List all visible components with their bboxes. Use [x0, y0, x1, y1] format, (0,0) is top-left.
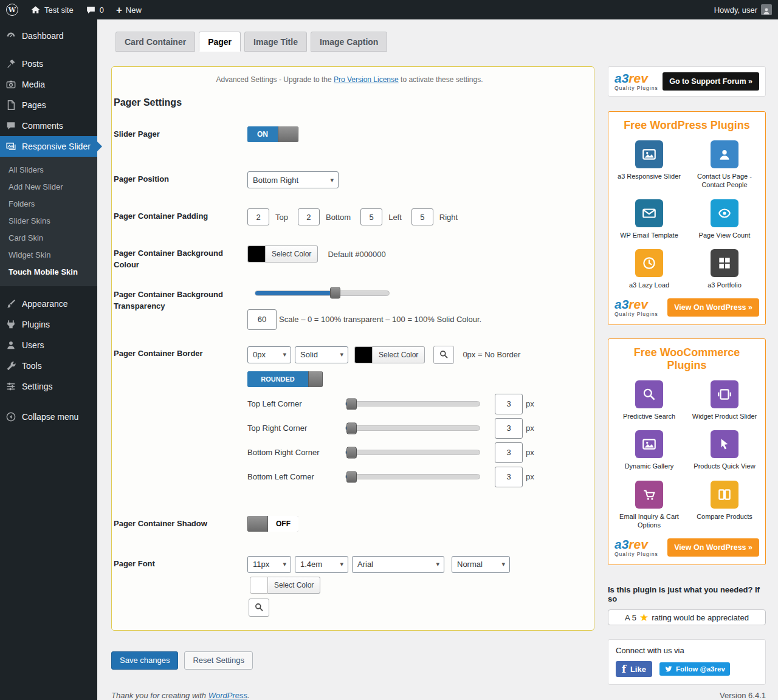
plugin-a3-responsive-slider[interactable]: a3 Responsive Slider [614, 140, 684, 190]
top-right-corner-slider[interactable] [345, 425, 480, 431]
sidebar-item-tools[interactable]: Tools [0, 355, 97, 376]
font-colour-swatch[interactable] [250, 577, 268, 594]
wp-logo-menu[interactable] [0, 0, 24, 19]
collapse-menu-button[interactable]: Collapse menu [0, 407, 97, 427]
plugin-dynamic-gallery[interactable]: Dynamic Gallery [614, 430, 684, 470]
sidebar-item-comments[interactable]: Comments [0, 115, 97, 136]
save-changes-button[interactable]: Save changes [111, 651, 178, 670]
new-content-menu[interactable]: New [110, 0, 148, 19]
font-preview-button[interactable] [249, 599, 269, 617]
slider-handle[interactable] [346, 398, 357, 410]
wordpress-link[interactable]: WordPress [208, 691, 247, 700]
plugin-page-view-count[interactable]: Page View Count [690, 199, 759, 239]
top-right-corner-input[interactable] [495, 418, 523, 439]
border-width-select[interactable]: 0px [247, 346, 291, 363]
pager-position-label: Pager Position [114, 171, 247, 185]
sidebar-item-media[interactable]: Media [0, 74, 97, 95]
bottom-left-corner-slider[interactable] [345, 474, 480, 479]
slider-gallery-icon [5, 141, 17, 152]
shadow-toggle[interactable]: OFF [247, 516, 298, 532]
pager-position-select[interactable]: Bottom Right [247, 171, 339, 188]
tab-image-title[interactable]: Image Title [244, 32, 307, 52]
view-on-wordpress-button[interactable]: View On WordPress » [667, 298, 759, 317]
transparency-slider[interactable] [255, 290, 390, 296]
sidebar-subitem-add-new-slider[interactable]: Add New Slider [0, 178, 97, 195]
sidebar-subitem-folders[interactable]: Folders [0, 195, 97, 212]
top-left-corner-input[interactable] [495, 394, 523, 414]
bottom-left-corner-input[interactable] [495, 467, 523, 487]
plugin-a3-portfolio[interactable]: a3 Portfolio [690, 249, 759, 289]
sidebar-subitem-card-skin[interactable]: Card Skin [0, 229, 97, 246]
pager-settings-heading: Pager Settings [114, 97, 585, 108]
padding-left-input[interactable] [360, 208, 382, 225]
product-slider-icon [711, 380, 738, 408]
sidebar-item-pages[interactable]: Pages [0, 95, 97, 115]
facebook-like-button[interactable]: Like [616, 661, 652, 677]
pushpin-icon [5, 58, 17, 69]
plugin-email-inquiry-cart-options[interactable]: Email Inquiry & Cart Options [614, 481, 684, 530]
rating-link[interactable]: A 5 ★ rating would be appreciated [608, 609, 766, 625]
comments-icon [5, 120, 17, 131]
top-left-corner-slider[interactable] [345, 401, 480, 407]
transparency-input[interactable] [247, 309, 277, 330]
plugin-predictive-search[interactable]: Predictive Search [614, 380, 684, 420]
my-account-menu[interactable]: Howdy, user [708, 0, 778, 19]
font-size-select[interactable]: 11px [247, 556, 291, 573]
slider-pager-toggle[interactable]: ON [247, 126, 298, 142]
plugin-products-quick-view[interactable]: Products Quick View [690, 430, 759, 470]
font-weight-select[interactable]: Normal [452, 556, 510, 573]
padding-right-input[interactable] [411, 208, 433, 225]
twitter-follow-button[interactable]: Follow @a3rev [659, 662, 730, 676]
bottom-right-corner-input[interactable] [495, 442, 523, 463]
sidebar-subitem-widget-skin[interactable]: Widget Skin [0, 246, 97, 263]
admin-sidebar: Dashboard Posts Media Pages Comments [0, 19, 97, 700]
plugin-contact-us-page[interactable]: Contact Us Page - Contact People [690, 140, 759, 190]
transparency-slider-handle[interactable] [330, 287, 340, 299]
bg-colour-swatch[interactable] [247, 245, 266, 262]
bottom-right-corner-slider[interactable] [345, 450, 480, 455]
sidebar-item-dashboard[interactable]: Dashboard [0, 26, 97, 46]
view-on-wordpress-button[interactable]: View On WordPress » [667, 538, 759, 557]
comments-menu[interactable]: 0 [80, 0, 110, 19]
support-forum-button[interactable]: Go to Support Forum » [663, 72, 759, 91]
sidebar-subitem-touch-mobile-skin[interactable]: Touch Mobile Skin [0, 263, 97, 280]
border-colour-select-button[interactable]: Select Color [373, 346, 425, 363]
pro-version-license-link[interactable]: Pro Version License [334, 75, 399, 84]
border-preview-button[interactable] [433, 346, 454, 364]
bg-colour-select-button[interactable]: Select Color [266, 245, 318, 262]
twitter-bird-icon [664, 665, 673, 673]
sidebar-item-plugins[interactable]: Plugins [0, 314, 97, 335]
slider-handle[interactable] [346, 471, 357, 482]
plugin-compare-products[interactable]: Compare Products [690, 481, 759, 530]
rounded-toggle[interactable]: ROUNDED [247, 371, 323, 387]
slider-handle[interactable] [346, 447, 357, 458]
border-colour-swatch[interactable] [354, 346, 373, 363]
tab-image-caption[interactable]: Image Caption [311, 32, 387, 52]
tab-card-container[interactable]: Card Container [115, 32, 195, 52]
sidebar-item-appearance[interactable]: Appearance [0, 293, 97, 314]
line-height-select[interactable]: 1.4em [295, 556, 348, 573]
sidebar-subitem-all-sliders[interactable]: All Sliders [0, 161, 97, 178]
sidebar-item-responsive-slider[interactable]: Responsive Slider [0, 136, 97, 157]
padding-top-input[interactable] [247, 208, 269, 225]
dynamic-gallery-icon [635, 430, 663, 458]
sidebar-item-posts[interactable]: Posts [0, 53, 97, 74]
a3rev-logo: a3rev Quality Plugins [614, 72, 658, 91]
tab-pager[interactable]: Pager [199, 32, 241, 52]
bg-colour-label: Pager Container Background Colour [114, 245, 247, 271]
plugin-widget-product-slider[interactable]: Widget Product Slider [690, 380, 759, 420]
site-name-menu[interactable]: Test site [24, 0, 80, 19]
padding-bottom-input[interactable] [298, 208, 320, 225]
plugin-a3-lazy-load[interactable]: a3 Lazy Load [614, 249, 684, 289]
contact-us-icon [711, 140, 738, 168]
corner-row-top-left: Top Left Corner px [247, 392, 585, 416]
sidebar-item-users[interactable]: Users [0, 335, 97, 355]
reset-settings-button[interactable]: Reset Settings [184, 651, 253, 670]
plugin-wp-email-template[interactable]: WP Email Template [614, 199, 684, 239]
border-style-select[interactable]: Solid [295, 346, 348, 363]
font-family-select[interactable]: Arial [352, 556, 444, 573]
sidebar-item-settings[interactable]: Settings [0, 376, 97, 397]
slider-handle[interactable] [346, 422, 357, 434]
font-colour-select-button[interactable]: Select Color [268, 577, 320, 594]
sidebar-subitem-slider-skins[interactable]: Slider Skins [0, 212, 97, 229]
